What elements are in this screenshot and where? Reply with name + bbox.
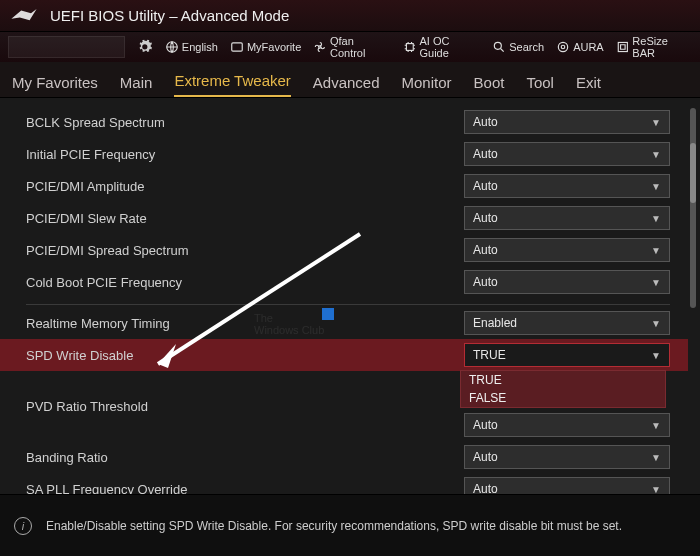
divider: [26, 304, 670, 305]
globe-icon: [165, 40, 179, 54]
row-label: BCLK Spread Spectrum: [26, 115, 464, 130]
info-icon: i: [14, 517, 32, 535]
qfan-button[interactable]: Qfan Control: [313, 35, 391, 59]
tab-extreme-tweaker[interactable]: Extreme Tweaker: [174, 72, 290, 97]
aioc-label: AI OC Guide: [419, 35, 480, 59]
row-label: SPD Write Disable: [26, 348, 464, 363]
row-sa-pll[interactable]: SA PLL Frequency Override Auto▼: [26, 473, 688, 494]
chevron-down-icon: ▼: [651, 484, 661, 495]
chevron-down-icon: ▼: [651, 213, 661, 224]
row-label: Realtime Memory Timing: [26, 316, 464, 331]
select-value: Auto: [473, 450, 498, 464]
resize-icon: [616, 40, 630, 54]
chevron-down-icon: ▼: [651, 350, 661, 361]
select-value: Auto: [473, 482, 498, 494]
tab-main[interactable]: Main: [120, 74, 153, 97]
row-pcie-amplitude[interactable]: PCIE/DMI Amplitude Auto▼: [26, 170, 688, 202]
chevron-down-icon: ▼: [651, 245, 661, 256]
row-label: PCIE/DMI Spread Spectrum: [26, 243, 464, 258]
window-title: UEFI BIOS Utility – Advanced Mode: [50, 7, 289, 24]
tab-monitor[interactable]: Monitor: [402, 74, 452, 97]
resizebar-button[interactable]: ReSize BAR: [616, 35, 692, 59]
select-value: Auto: [473, 115, 498, 129]
row-banding-ratio[interactable]: Banding Ratio Auto▼: [26, 441, 688, 473]
row-select[interactable]: Auto▼: [464, 206, 670, 230]
chip-icon: [403, 40, 417, 54]
search-icon: [492, 40, 506, 54]
language-label: English: [182, 41, 218, 53]
row-pvd-ratio[interactable]: PVD Ratio Threshold Auto▼: [26, 409, 688, 441]
row-pcie-spread[interactable]: PCIE/DMI Spread Spectrum Auto▼: [26, 234, 688, 266]
tab-exit[interactable]: Exit: [576, 74, 601, 97]
help-bar: i Enable/Disable setting SPD Write Disab…: [0, 494, 700, 556]
search-button[interactable]: Search: [492, 40, 544, 54]
select-value: Auto: [473, 211, 498, 225]
dropdown-option-true[interactable]: TRUE: [461, 371, 665, 389]
row-coldboot-pcie[interactable]: Cold Boot PCIE Frequency Auto▼: [26, 266, 688, 298]
row-select[interactable]: TRUE▼: [464, 343, 670, 367]
help-text: Enable/Disable setting SPD Write Disable…: [46, 519, 622, 533]
aura-icon: [556, 40, 570, 54]
row-label: PVD Ratio Threshold: [26, 399, 464, 414]
row-spd-write-disable[interactable]: SPD Write Disable TRUE▼: [0, 339, 688, 371]
row-label: SA PLL Frequency Override: [26, 482, 464, 495]
resizebar-label: ReSize BAR: [632, 35, 692, 59]
chevron-down-icon: ▼: [651, 277, 661, 288]
row-label: PCIE/DMI Amplitude: [26, 179, 464, 194]
aura-label: AURA: [573, 41, 604, 53]
row-select[interactable]: Auto▼: [464, 445, 670, 469]
select-value: Auto: [473, 275, 498, 289]
tab-boot[interactable]: Boot: [474, 74, 505, 97]
svg-point-4: [495, 42, 502, 49]
row-select[interactable]: Auto▼: [464, 142, 670, 166]
tab-tool[interactable]: Tool: [526, 74, 554, 97]
spd-dropdown-open: TRUE FALSE: [460, 370, 666, 408]
row-select[interactable]: Auto▼: [464, 238, 670, 262]
row-bclk-spread[interactable]: BCLK Spread Spectrum Auto▼: [26, 106, 688, 138]
select-value: Auto: [473, 418, 498, 432]
myfavorite-label: MyFavorite: [247, 41, 301, 53]
row-pcie-slew[interactable]: PCIE/DMI Slew Rate Auto▼: [26, 202, 688, 234]
row-select[interactable]: Enabled▼: [464, 311, 670, 335]
main-tabs: My Favorites Main Extreme Tweaker Advanc…: [0, 62, 700, 98]
row-realtime-memory[interactable]: Realtime Memory Timing Enabled▼: [26, 307, 688, 339]
chevron-down-icon: ▼: [651, 149, 661, 160]
myfavorite-button[interactable]: MyFavorite: [230, 40, 301, 54]
settings-list: BCLK Spread Spectrum Auto▼ Initial PCIE …: [0, 98, 700, 494]
search-label: Search: [509, 41, 544, 53]
row-label: PCIE/DMI Slew Rate: [26, 211, 464, 226]
fan-icon: [313, 40, 327, 54]
svg-rect-3: [406, 44, 413, 51]
scrollbar[interactable]: [690, 108, 696, 308]
card-icon: [230, 40, 244, 54]
gear-icon[interactable]: [137, 39, 153, 55]
aioc-button[interactable]: AI OC Guide: [403, 35, 480, 59]
toolbar: English MyFavorite Qfan Control AI OC Gu…: [0, 32, 700, 62]
row-initial-pcie[interactable]: Initial PCIE Frequency Auto▼: [26, 138, 688, 170]
dropdown-option-false[interactable]: FALSE: [461, 389, 665, 407]
row-select[interactable]: Auto▼: [464, 174, 670, 198]
row-select[interactable]: Auto▼: [464, 270, 670, 294]
row-select[interactable]: Auto▼: [464, 413, 670, 437]
chevron-down-icon: ▼: [651, 181, 661, 192]
tab-my-favorites[interactable]: My Favorites: [12, 74, 98, 97]
row-select[interactable]: Auto▼: [464, 477, 670, 494]
row-label: Cold Boot PCIE Frequency: [26, 275, 464, 290]
svg-point-6: [561, 45, 565, 49]
aura-button[interactable]: AURA: [556, 40, 604, 54]
qfan-label: Qfan Control: [330, 35, 391, 59]
scrollbar-thumb[interactable]: [690, 143, 696, 203]
tab-advanced[interactable]: Advanced: [313, 74, 380, 97]
chevron-down-icon: ▼: [651, 452, 661, 463]
rog-logo-icon: [10, 6, 38, 26]
select-value: Auto: [473, 147, 498, 161]
row-select[interactable]: Auto▼: [464, 110, 670, 134]
row-label: Initial PCIE Frequency: [26, 147, 464, 162]
model-field: [8, 36, 125, 58]
chevron-down-icon: ▼: [651, 420, 661, 431]
chevron-down-icon: ▼: [651, 117, 661, 128]
language-selector[interactable]: English: [165, 40, 218, 54]
select-value: TRUE: [473, 348, 506, 362]
chevron-down-icon: ▼: [651, 318, 661, 329]
window-titlebar: UEFI BIOS Utility – Advanced Mode: [0, 0, 700, 32]
